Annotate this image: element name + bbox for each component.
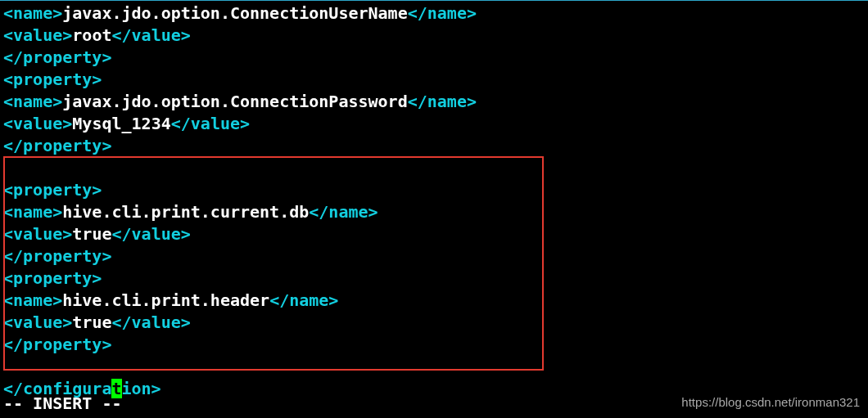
xml-tag: <name> bbox=[3, 3, 62, 23]
xml-tag: <value> bbox=[3, 114, 72, 133]
xml-text: javax.jdo.option.ConnectionUserName bbox=[62, 3, 407, 23]
xml-tag: <value> bbox=[3, 224, 72, 244]
xml-tag: </name> bbox=[269, 290, 338, 310]
xml-tag: </name> bbox=[408, 3, 477, 23]
code-line: <name>hive.cli.print.current.db</name> bbox=[3, 201, 865, 223]
xml-tag: <property> bbox=[3, 268, 102, 288]
xml-tag: <value> bbox=[3, 312, 72, 332]
code-line: </property> bbox=[3, 47, 865, 69]
xml-text: hive.cli.print.current.db bbox=[62, 202, 309, 222]
xml-text: true bbox=[72, 224, 111, 244]
xml-tag: </value> bbox=[171, 114, 250, 133]
xml-tag: </property> bbox=[3, 246, 111, 266]
code-line: <property> bbox=[3, 179, 865, 201]
xml-tag: <property> bbox=[3, 70, 102, 89]
xml-tag: <property> bbox=[3, 180, 102, 200]
xml-tag: <name> bbox=[3, 290, 62, 310]
watermark-text: https://blog.csdn.net/ironman321 bbox=[681, 391, 860, 413]
xml-tag: </property> bbox=[3, 47, 111, 67]
xml-text: root bbox=[72, 25, 111, 45]
xml-tag: </value> bbox=[111, 25, 190, 45]
xml-tag: </name> bbox=[309, 202, 377, 222]
xml-tag: </value> bbox=[111, 312, 190, 332]
code-line: <name>hive.cli.print.header</name> bbox=[3, 290, 865, 312]
xml-tag: </name> bbox=[408, 92, 477, 111]
xml-tag: <value> bbox=[3, 25, 72, 45]
xml-tag: </value> bbox=[111, 224, 190, 244]
code-line bbox=[3, 157, 865, 179]
xml-text: hive.cli.print.header bbox=[62, 290, 269, 310]
code-line: </property> bbox=[3, 334, 865, 356]
code-line: </property> bbox=[3, 245, 865, 267]
vim-status-line: -- INSERT -- bbox=[3, 393, 122, 415]
code-editor[interactable]: <name>javax.jdo.option.ConnectionUserNam… bbox=[0, 1, 868, 400]
xml-text: true bbox=[72, 312, 111, 332]
xml-tag: <name> bbox=[3, 202, 62, 222]
code-line: <value>root</value> bbox=[3, 25, 865, 47]
xml-tag: ion> bbox=[122, 379, 161, 398]
code-line: <value>true</value> bbox=[3, 312, 865, 334]
xml-text: Mysql_1234 bbox=[72, 114, 170, 133]
code-line: <value>Mysql_1234</value> bbox=[3, 113, 865, 135]
xml-tag: <name> bbox=[3, 92, 62, 111]
xml-text: javax.jdo.option.ConnectionPassword bbox=[62, 92, 407, 111]
xml-tag: </property> bbox=[3, 335, 111, 354]
code-line: <property> bbox=[3, 267, 865, 290]
code-line: <property> bbox=[3, 69, 865, 91]
code-line: <name>javax.jdo.option.ConnectionPasswor… bbox=[3, 91, 865, 113]
code-line: <name>javax.jdo.option.ConnectionUserNam… bbox=[3, 2, 865, 25]
xml-tag: </property> bbox=[3, 136, 111, 155]
code-line: </property> bbox=[3, 135, 865, 157]
code-line bbox=[3, 356, 865, 378]
code-line: <value>true</value> bbox=[3, 223, 865, 245]
